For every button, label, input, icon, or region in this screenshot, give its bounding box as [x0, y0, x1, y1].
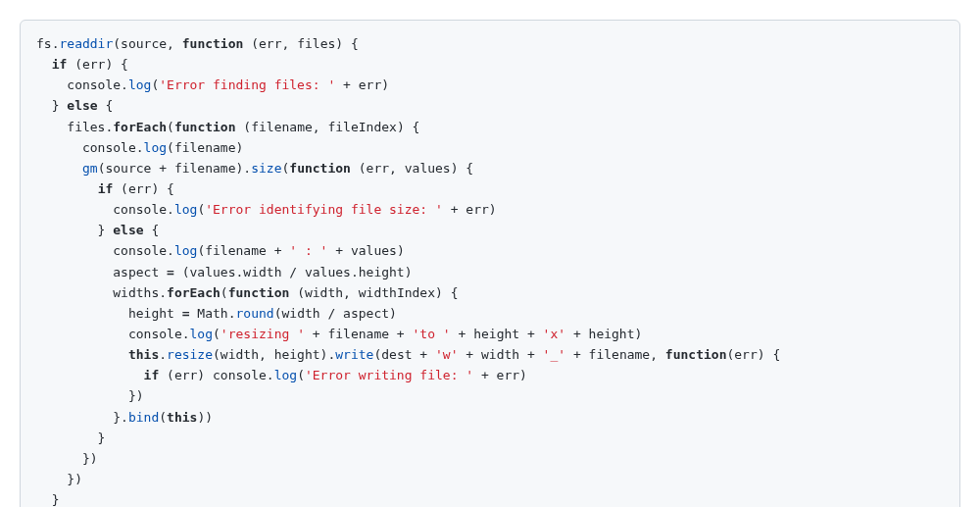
token-plain: }) — [36, 388, 144, 403]
token-plain: ( — [220, 285, 228, 300]
token-plain: (err) { — [113, 181, 174, 196]
token-method: log — [144, 140, 167, 155]
token-plain: console. — [36, 243, 174, 258]
token-kw: function — [182, 36, 244, 51]
token-kw: function — [228, 285, 290, 300]
token-plain: } — [36, 492, 59, 507]
token-plain: + values) — [327, 243, 404, 258]
token-plain: (values.width / values.height) — [174, 265, 413, 279]
token-plain: { — [98, 98, 114, 113]
token-plain: + err) — [335, 77, 389, 92]
token-plain: (source, — [113, 36, 181, 51]
token-plain — [36, 368, 144, 382]
token-method: log — [174, 202, 197, 217]
token-plain: + filename + — [305, 327, 413, 341]
token-str: ' : ' — [289, 243, 327, 258]
token-kw: function — [665, 347, 727, 362]
token-kw: = — [182, 306, 190, 321]
token-plain: widths. — [36, 285, 167, 300]
token-plain: ( — [167, 120, 174, 134]
token-plain: (err) console. — [159, 368, 273, 382]
code-lines: fs.readdir(source, function (err, files)… — [36, 36, 780, 507]
token-method: log — [274, 368, 297, 382]
code-block: fs.readdir(source, function (err, files)… — [20, 20, 960, 507]
token-plain: (width, height). — [213, 347, 335, 362]
token-plain: (filename + — [197, 243, 289, 258]
token-plain: (source + filename). — [98, 161, 252, 176]
token-plain: { — [144, 223, 160, 237]
token-str: 'resizing ' — [220, 327, 305, 341]
token-kw: this — [167, 410, 197, 425]
token-plain: (width / aspect) — [274, 306, 397, 321]
token-kw: = — [167, 265, 174, 279]
token-str: 'Error writing file: ' — [305, 368, 473, 382]
token-str: 'to ' — [413, 327, 451, 341]
token-plain: console. — [36, 202, 174, 217]
token-plain: + filename, — [565, 347, 665, 362]
token-plain: } — [36, 223, 113, 237]
token-kw: else — [113, 223, 143, 237]
token-plain — [36, 347, 128, 362]
token-str: 'x' — [543, 327, 565, 341]
token-kw: this — [128, 347, 159, 362]
token-plain: ( — [159, 410, 167, 425]
token-plain: console. — [36, 77, 128, 92]
token-method: log — [190, 327, 213, 341]
token-plain: (filename, fileIndex) { — [236, 120, 420, 134]
token-method: gm — [82, 161, 98, 176]
token-plain: (width, widthIndex) { — [289, 285, 458, 300]
token-method: round — [236, 306, 274, 321]
token-plain: fs. — [36, 36, 59, 51]
token-plain: ( — [297, 368, 305, 382]
token-plain: . — [159, 347, 167, 362]
token-kw: if — [52, 57, 68, 72]
token-str: 'Error finding files: ' — [159, 77, 335, 92]
token-plain: ( — [213, 327, 220, 341]
token-method: resize — [167, 347, 213, 362]
token-method: log — [174, 243, 197, 258]
token-plain: aspect — [36, 265, 167, 279]
token-plain: + err) — [443, 202, 497, 217]
token-plain: (err) { — [726, 347, 780, 362]
token-kw: if — [98, 181, 114, 196]
token-kw: else — [67, 98, 97, 113]
token-plain — [36, 181, 98, 196]
token-plain: (err, values) { — [351, 161, 473, 176]
token-plain: height — [36, 306, 182, 321]
token-plain: }) — [36, 451, 98, 466]
code-content: fs.readdir(source, function (err, files)… — [36, 34, 944, 507]
token-plain: console. — [36, 327, 190, 341]
token-plain: + height + — [451, 327, 543, 341]
token-plain: (err, files) { — [243, 36, 358, 51]
token-plain: } — [36, 98, 67, 113]
token-plain: (err) { — [67, 57, 128, 72]
token-plain: )) — [197, 410, 213, 425]
token-plain: }. — [36, 410, 128, 425]
token-plain: (dest + — [373, 347, 435, 362]
token-method: size — [251, 161, 281, 176]
token-kw: function — [174, 120, 236, 134]
token-kw: function — [289, 161, 351, 176]
token-method: bind — [128, 410, 159, 425]
token-str: 'Error identifying file size: ' — [205, 202, 443, 217]
token-plain — [36, 161, 82, 176]
token-plain — [36, 57, 52, 72]
token-plain: console. — [36, 140, 144, 155]
token-plain: + height) — [565, 327, 642, 341]
token-str: '_' — [543, 347, 565, 362]
token-plain: } — [36, 431, 105, 445]
token-plain: }) — [36, 472, 82, 486]
token-method: readdir — [59, 36, 113, 51]
token-str: 'w' — [435, 347, 458, 362]
token-method: write — [335, 347, 373, 362]
token-plain: + width + — [459, 347, 543, 362]
token-kw: forEach — [113, 120, 167, 134]
token-plain: (filename) — [167, 140, 243, 155]
token-kw: if — [144, 368, 160, 382]
token-plain: + err) — [473, 368, 527, 382]
token-method: log — [128, 77, 151, 92]
token-kw: forEach — [167, 285, 220, 300]
token-plain: files. — [36, 120, 113, 134]
token-plain: Math. — [190, 306, 236, 321]
